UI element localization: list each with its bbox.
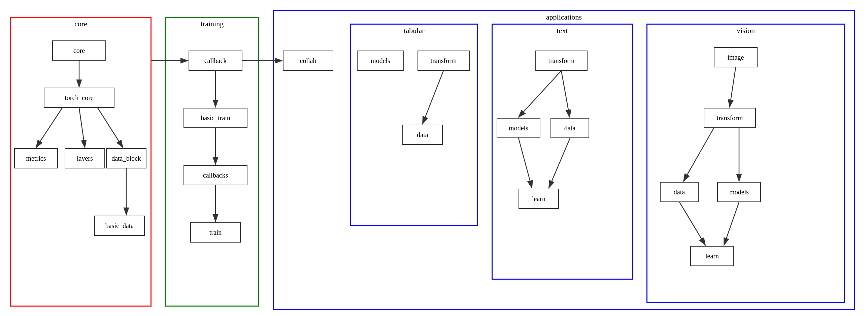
training-section-label: training [165, 20, 259, 28]
node-callbacks: callbacks [184, 165, 247, 185]
node-basic-data-label: basic_data [105, 222, 134, 230]
node-tabular-transform: transform [417, 51, 470, 71]
node-tabular-data-label: data [417, 131, 428, 139]
node-collab-label: collab [300, 57, 316, 65]
node-train-label: train [210, 229, 222, 236]
node-train: train [190, 222, 241, 242]
node-tabular-data: data [402, 125, 443, 145]
node-vision-data: data [660, 182, 699, 202]
node-tabular-models-label: models [371, 57, 390, 65]
node-vision-learn-label: learn [705, 252, 719, 260]
node-vision-learn: learn [690, 246, 734, 266]
node-text-models-label: models [509, 124, 528, 132]
node-text-data: data [551, 118, 589, 138]
node-callbacks-label: callbacks [203, 171, 228, 179]
node-layers-label: layers [77, 155, 93, 162]
node-callback-label: callback [205, 57, 227, 65]
node-vision-data-label: data [674, 188, 685, 196]
node-layers: layers [65, 148, 105, 168]
node-vision-transform-label: transform [717, 114, 743, 122]
node-torch-core-label: torch_core [65, 94, 94, 102]
node-vision-image: image [714, 47, 757, 67]
node-text-learn: learn [519, 189, 559, 209]
node-text-transform-label: transform [549, 57, 575, 65]
node-tabular-transform-label: transform [431, 57, 457, 65]
node-data-block: data_block [106, 148, 147, 168]
node-core-label: core [73, 47, 85, 55]
node-basic-data: basic_data [94, 216, 145, 236]
node-metrics-label: metrics [26, 155, 46, 162]
node-collab: collab [283, 51, 333, 71]
node-basic-train-label: basic_train [201, 114, 230, 122]
diagram: core core torch_core metrics layers data… [0, 0, 868, 316]
node-tabular-models: models [357, 51, 404, 71]
node-vision-models-label: models [729, 188, 749, 196]
node-text-transform: transform [535, 51, 588, 71]
text-section-label: text [492, 26, 633, 35]
node-text-models: models [497, 118, 540, 138]
node-vision-transform: transform [704, 108, 756, 128]
vision-section-label: vision [647, 26, 845, 35]
tabular-section-label: tabular [350, 26, 478, 35]
node-vision-image-label: image [727, 54, 744, 61]
node-vision-models: models [717, 182, 761, 202]
node-callback: callback [189, 51, 242, 71]
node-basic-train: basic_train [184, 108, 247, 128]
core-section-label: core [10, 20, 152, 28]
node-core: core [52, 40, 106, 61]
node-text-data-label: data [564, 124, 576, 132]
node-torch-core: torch_core [44, 88, 115, 108]
node-text-learn-label: learn [532, 195, 546, 203]
node-data-block-label: data_block [112, 155, 141, 162]
node-metrics: metrics [14, 148, 58, 168]
applications-section-label: applications [273, 13, 855, 22]
